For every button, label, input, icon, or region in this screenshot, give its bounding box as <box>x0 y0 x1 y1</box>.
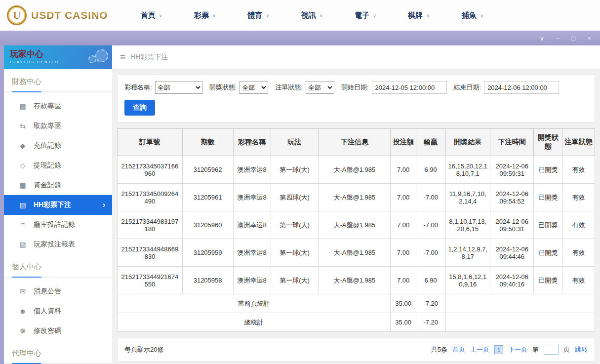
cell-draw-result: 1,2,14,12,9,7,8,17 <box>445 239 490 267</box>
cell-bet-time: 2024-12-06 09:44:46 <box>490 239 534 267</box>
sidebar-item-funds-record[interactable]: ▦資金記錄› <box>4 175 112 195</box>
search-button[interactable]: 查詢 <box>124 100 155 116</box>
nav-item-electronic[interactable]: 電子∨ <box>355 11 376 20</box>
hamburger-menu-icon[interactable]: ≡ <box>120 52 125 63</box>
prev-page-link[interactable]: 上一页 <box>470 345 489 354</box>
sidebar-item-profile[interactable]: ☻個人資料› <box>4 301 112 321</box>
cell-win-loss: -7.00 <box>416 239 445 267</box>
cell-bet-amount: 7.00 <box>391 239 416 267</box>
lottery-name-select[interactable]: 全部 <box>155 81 202 94</box>
top-nav-bar: U USDT CASINO 首頁∨彩票∨體育∨視訊∨電子∨棋牌∨捕魚∨ <box>0 0 600 31</box>
cell-order-no: 2152173344983197180 <box>118 211 183 239</box>
maximize-window-icon[interactable]: □ <box>572 35 576 41</box>
chevron-down-icon: ∨ <box>426 13 430 18</box>
nav-item-label: 棋牌 <box>408 11 423 20</box>
cell-order-status: 有效 <box>562 267 595 294</box>
table-row: 215217334494866983031205959澳洲幸运8第一球(大)大-… <box>118 239 595 267</box>
recharge-record-icon: ◆ <box>19 142 27 150</box>
col-header-order-no: 訂單號 <box>118 129 183 156</box>
chevron-down-icon: ∨ <box>480 13 483 18</box>
nav-item-label: 彩票 <box>194 11 209 20</box>
cell-order-status: 有效 <box>562 239 595 267</box>
lottery-name-label: 彩種名稱: <box>124 83 152 92</box>
cell-lottery-name: 澳洲幸运8 <box>233 239 271 267</box>
summary-win-loss: -7.20 <box>416 313 445 332</box>
sidebar-item-deposit[interactable]: ▤存款專區› <box>4 96 112 116</box>
cell-bet-info: 大-A盤@1.985 <box>319 211 391 239</box>
cell-bet-info: 大-A盤@1.985 <box>319 184 391 211</box>
bet-records-table: 訂單號期數彩種名稱玩法下注信息投注額輸贏開獎結果下注時間開獎狀態注單狀態 215… <box>117 128 595 332</box>
start-date-input[interactable] <box>372 81 447 94</box>
col-header-lottery-name: 彩種名稱 <box>233 129 271 156</box>
sidebar-item-messages[interactable]: ✉消息公告› <box>4 282 112 301</box>
close-window-icon[interactable]: × <box>587 35 591 41</box>
main-nav: 首頁∨彩票∨體育∨視訊∨電子∨棋牌∨捕魚∨ <box>141 11 483 20</box>
cell-issue: 31205959 <box>182 239 233 267</box>
nav-item-chess[interactable]: 棋牌∨ <box>408 11 430 20</box>
sidebar-item-hh-lottery-bet[interactable]: ▤HH彩票下注› <box>4 195 112 215</box>
cell-order-status: 有效 <box>562 156 595 184</box>
sidebar-item-recharge-record[interactable]: ◆充值記錄› <box>4 136 112 156</box>
cell-draw-status: 已開獎 <box>534 156 562 184</box>
nav-item-lottery[interactable]: 彩票∨ <box>194 11 216 20</box>
nav-item-sports[interactable]: 體育∨ <box>247 11 269 20</box>
cell-draw-status: 已開獎 <box>534 211 562 239</box>
page-jump-input[interactable] <box>544 345 559 355</box>
summary-bet-total: 35.00 <box>391 313 416 332</box>
cell-bet-amount: 7.00 <box>391 267 416 294</box>
nav-item-fishing[interactable]: 捕魚∨ <box>462 11 483 20</box>
cell-win-loss: -7.00 <box>416 184 445 211</box>
col-header-bet-amount: 投注額 <box>391 129 416 156</box>
sidebar-item-withdrawal-record[interactable]: ◇提現記錄› <box>4 156 112 175</box>
chevron-down-icon: ∨ <box>320 13 323 18</box>
page-title: HH彩票下注 <box>130 53 168 62</box>
summary-label: 當前頁統計 <box>118 294 391 313</box>
nav-item-video[interactable]: 視訊∨ <box>301 11 323 20</box>
cell-issue: 31205962 <box>182 156 233 184</box>
cell-play: 第四球(大) <box>271 184 319 211</box>
site-logo[interactable]: U USDT CASINO <box>7 5 108 25</box>
filter-panel: 彩種名稱: 全部 開獎狀態: 全部 注單狀態: 全部 開始日期: 結束日期: 查… <box>117 74 595 122</box>
logo-badge-icon: U <box>7 5 27 25</box>
cell-win-loss: 6.90 <box>416 267 445 294</box>
table-header-row: 訂單號期數彩種名稱玩法下注信息投注額輸贏開獎結果下注時間開獎狀態注單狀態 <box>118 129 595 156</box>
page-size-text: 每頁顯示20條 <box>124 345 163 354</box>
funds-record-icon: ▦ <box>19 181 27 189</box>
sidebar-item-label: 消息公告 <box>34 287 61 296</box>
sidebar-item-player-bet-report[interactable]: ▧玩家投注報表› <box>4 235 112 254</box>
order-status-label: 注單狀態: <box>275 83 303 92</box>
nav-item-home[interactable]: 首頁∨ <box>141 11 162 20</box>
cell-win-loss: -7.00 <box>416 211 445 239</box>
cell-play: 第一球(大) <box>271 211 319 239</box>
sidebar-item-label: 修改密碼 <box>34 326 61 335</box>
cell-order-no: 2152173345037166960 <box>118 156 183 184</box>
end-date-input[interactable] <box>484 81 559 94</box>
nav-item-label: 首頁 <box>141 11 156 20</box>
sidebar-item-change-password[interactable]: ☸修改密碼› <box>4 321 112 341</box>
sidebar-item-hall-bet-record[interactable]: ≡廳室投註記錄› <box>4 215 112 235</box>
cell-bet-info: 大-A盤@1.985 <box>319 156 391 184</box>
chevron-down-window-icon[interactable]: ∨ <box>540 35 545 41</box>
summary-label: 總統計 <box>118 313 391 332</box>
table-row: 215217334500926449031205961澳洲幸运8第四球(大)大-… <box>118 184 595 211</box>
cell-draw-status: 已開獎 <box>534 184 562 211</box>
minimize-window-icon[interactable]: – <box>556 35 560 41</box>
chevron-down-icon: ∨ <box>266 13 269 18</box>
sidebar-item-withdraw[interactable]: ⇆取款專區› <box>4 116 112 136</box>
cell-order-no: 2152173344921674550 <box>118 267 183 294</box>
cell-draw-result: 16,15,20,12,18,10,7,1 <box>445 156 490 184</box>
chevron-down-icon: ∨ <box>212 13 216 18</box>
next-page-link[interactable]: 下一页 <box>508 345 527 354</box>
draw-status-select[interactable]: 全部 <box>240 81 268 94</box>
first-page-link[interactable]: 首页 <box>452 345 465 354</box>
summary-row-total: 總統計35.00-7.20 <box>118 313 595 332</box>
nav-item-label: 視訊 <box>301 11 316 20</box>
cell-bet-info: 大-A盤@1.985 <box>319 267 391 294</box>
sidebar-item-label: 廳室投註記錄 <box>34 220 75 229</box>
draw-status-label: 開獎狀態: <box>209 83 237 92</box>
order-status-select[interactable]: 全部 <box>306 81 334 94</box>
cell-play: 第一球(大) <box>271 239 319 267</box>
jump-button[interactable]: 跳转 <box>575 345 588 354</box>
current-page-indicator[interactable]: 1 <box>494 345 503 354</box>
jump-suffix-text: 页 <box>563 345 570 354</box>
